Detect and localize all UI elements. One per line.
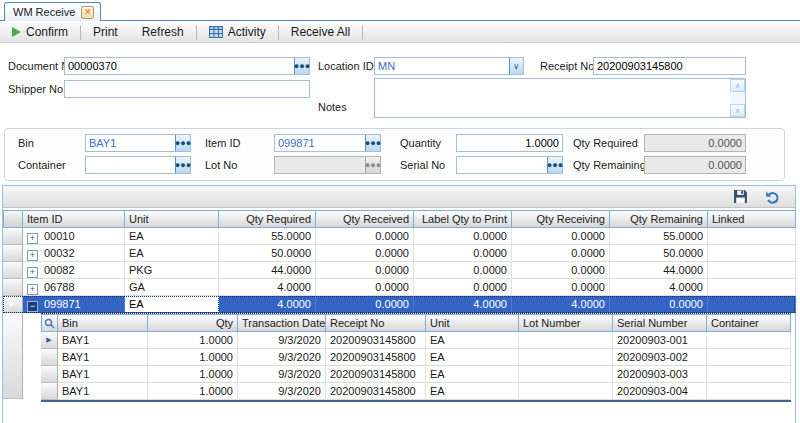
table-row[interactable]: ▶−099871EA4.00000.00004.00004.00000.0000: [3, 296, 795, 313]
grid-cell[interactable]: 0.0000: [414, 279, 512, 296]
row-selector[interactable]: ▶: [41, 332, 58, 349]
save-button[interactable]: [731, 189, 749, 205]
grid-cell[interactable]: [519, 383, 613, 400]
receive-all-button[interactable]: Receive All: [279, 22, 362, 43]
grid-cell[interactable]: 44.0000: [219, 262, 316, 279]
notes-input[interactable]: [375, 79, 730, 117]
tab-wm-receive[interactable]: WM Receive ✕: [4, 2, 101, 21]
row-selector[interactable]: [3, 228, 23, 245]
collapse-icon[interactable]: −: [27, 301, 38, 312]
grid-cell[interactable]: 0.0000: [316, 296, 414, 313]
row-selector[interactable]: [3, 245, 23, 262]
grid-cell[interactable]: 20200903145800: [326, 349, 426, 366]
grid-cell[interactable]: 4.0000: [512, 296, 610, 313]
grid-cell[interactable]: 9/3/2020: [238, 366, 326, 383]
grid-cell[interactable]: +00082: [23, 262, 125, 279]
grid-cell[interactable]: 9/3/2020: [238, 332, 326, 349]
grid-cell[interactable]: 0.0000: [610, 296, 708, 313]
row-selector[interactable]: [3, 262, 23, 279]
grid-cell[interactable]: [707, 366, 791, 383]
grid-cell[interactable]: 50.0000: [219, 245, 316, 262]
sub-grid-header-corner[interactable]: [41, 314, 58, 332]
scroll-down-icon[interactable]: ∨: [730, 104, 745, 117]
grid-cell[interactable]: 50.0000: [610, 245, 708, 262]
grid-cell[interactable]: [707, 383, 791, 400]
document-no-input[interactable]: [65, 58, 294, 74]
grid-cell[interactable]: [708, 245, 796, 262]
grid-cell[interactable]: 0.0000: [414, 262, 512, 279]
quantity-input[interactable]: [457, 135, 562, 151]
grid-cell[interactable]: 55.0000: [610, 228, 708, 245]
detail-row[interactable]: BAY11.00009/3/202020200903145800EA202009…: [41, 383, 791, 400]
notes-scrollbar[interactable]: ∧ ∨: [730, 79, 745, 117]
table-row[interactable]: +00032EA50.00000.00000.00000.000050.0000: [3, 245, 795, 262]
table-row[interactable]: +00010EA55.00000.00000.00000.000055.0000: [3, 228, 795, 245]
grid-cell[interactable]: 0.0000: [316, 228, 414, 245]
main-grid-header-qty-receiving[interactable]: Qty Receiving: [512, 210, 610, 228]
main-grid-header-qty-received[interactable]: Qty Received: [316, 210, 414, 228]
activity-button[interactable]: Activity: [197, 22, 278, 43]
grid-cell[interactable]: 20200903145800: [326, 383, 426, 400]
grid-cell[interactable]: EA: [125, 245, 219, 262]
detail-row[interactable]: ▶BAY11.00009/3/202020200903145800EA20200…: [41, 332, 791, 349]
grid-cell[interactable]: [519, 332, 613, 349]
grid-cell[interactable]: EA: [426, 366, 519, 383]
location-id-input[interactable]: [375, 58, 509, 74]
main-grid-header-linked[interactable]: Linked: [708, 210, 796, 228]
grid-cell[interactable]: [519, 349, 613, 366]
bin-lookup-button[interactable]: ●●●: [175, 135, 190, 151]
grid-cell[interactable]: 4.0000: [219, 279, 316, 296]
grid-cell[interactable]: 0.0000: [512, 228, 610, 245]
grid-cell[interactable]: BAY1: [58, 366, 148, 383]
container-input[interactable]: [86, 157, 175, 173]
grid-cell[interactable]: +00032: [23, 245, 125, 262]
grid-cell[interactable]: 20200903-002: [613, 349, 707, 366]
grid-cell[interactable]: 55.0000: [219, 228, 316, 245]
grid-cell[interactable]: 20200903145800: [326, 366, 426, 383]
expand-icon[interactable]: +: [27, 284, 38, 295]
grid-cell[interactable]: [707, 349, 791, 366]
grid-cell[interactable]: 20200903145800: [326, 332, 426, 349]
grid-cell[interactable]: 4.0000: [219, 296, 316, 313]
grid-cell[interactable]: +00010: [23, 228, 125, 245]
grid-cell[interactable]: 9/3/2020: [238, 349, 326, 366]
chevron-down-icon[interactable]: ∨: [509, 58, 523, 74]
scroll-up-icon[interactable]: ∧: [730, 79, 745, 92]
grid-cell[interactable]: 4.0000: [414, 296, 512, 313]
grid-cell[interactable]: [707, 332, 791, 349]
grid-cell[interactable]: PKG: [125, 262, 219, 279]
refresh-button[interactable]: Refresh: [130, 22, 196, 43]
grid-cell[interactable]: 0.0000: [316, 262, 414, 279]
table-row[interactable]: +06788GA4.00000.00000.00000.00004.0000: [3, 279, 795, 296]
grid-cell[interactable]: GA: [125, 279, 219, 296]
grid-cell[interactable]: 0.0000: [316, 245, 414, 262]
grid-cell[interactable]: [519, 366, 613, 383]
expand-icon[interactable]: +: [27, 267, 38, 278]
row-selector[interactable]: ▶: [3, 296, 23, 313]
grid-cell[interactable]: EA: [426, 383, 519, 400]
shipper-no-input[interactable]: [65, 81, 309, 97]
sub-grid-header-unit[interactable]: Unit: [426, 314, 519, 332]
grid-cell[interactable]: [708, 296, 796, 313]
sub-grid-header-container[interactable]: Container: [707, 314, 791, 332]
main-grid-header-qty-remaining[interactable]: Qty Remaining: [610, 210, 708, 228]
grid-cell[interactable]: 44.0000: [610, 262, 708, 279]
grid-cell[interactable]: EA: [426, 349, 519, 366]
confirm-button[interactable]: Confirm: [0, 22, 80, 43]
grid-cell[interactable]: 9/3/2020: [238, 383, 326, 400]
table-row[interactable]: +00082PKG44.00000.00000.00000.000044.000…: [3, 262, 795, 279]
grid-cell[interactable]: +06788: [23, 279, 125, 296]
row-selector[interactable]: [41, 349, 58, 366]
grid-cell[interactable]: BAY1: [58, 332, 148, 349]
grid-cell[interactable]: [708, 262, 796, 279]
grid-cell[interactable]: BAY1: [58, 349, 148, 366]
grid-cell[interactable]: 20200903-004: [613, 383, 707, 400]
grid-cell[interactable]: 1.0000: [148, 383, 238, 400]
grid-cell[interactable]: 1.0000: [148, 349, 238, 366]
grid-cell[interactable]: EA: [426, 332, 519, 349]
document-no-lookup-button[interactable]: ●●●: [294, 58, 309, 74]
expand-icon[interactable]: +: [27, 250, 38, 261]
print-button[interactable]: Print: [81, 22, 130, 43]
sub-grid-header-lot-number[interactable]: Lot Number: [519, 314, 613, 332]
detail-row[interactable]: BAY11.00009/3/202020200903145800EA202009…: [41, 349, 791, 366]
